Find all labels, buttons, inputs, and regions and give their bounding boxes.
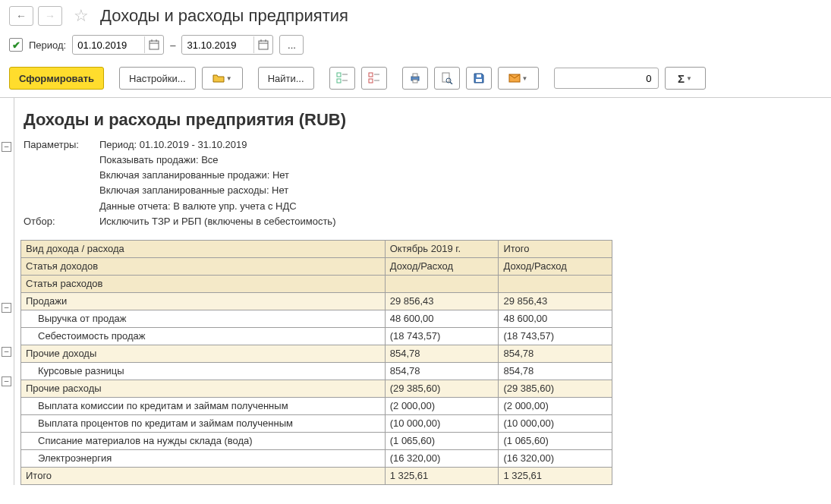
collapse-toggle[interactable]: – — [2, 347, 11, 357]
table-row[interactable]: Списание материалов на нужды склада (вод… — [21, 432, 612, 449]
svg-rect-0 — [150, 41, 159, 49]
sum-button[interactable]: Σ ▼ — [665, 67, 706, 90]
table-row[interactable]: Выручка от продаж48 600,0048 600,00 — [21, 310, 612, 327]
save-button[interactable] — [466, 67, 492, 90]
params-line: Данные отчета: В валюте упр. учета с НДС — [99, 199, 297, 214]
svg-rect-23 — [477, 74, 481, 77]
row-name: Итого — [21, 467, 386, 484]
params-line: Период: 01.10.2019 - 31.10.2019 — [99, 137, 247, 153]
row-value-total: 1 325,61 — [499, 467, 612, 484]
date-dash: – — [170, 39, 175, 51]
svg-rect-8 — [337, 73, 341, 77]
back-button[interactable]: ← — [9, 6, 33, 26]
table-row[interactable]: Себестоимость продаж(18 743,57)(18 743,5… — [21, 327, 612, 345]
row-value-period: 48 600,00 — [385, 310, 499, 327]
row-value-period: 29 856,43 — [385, 292, 499, 310]
col-income-article: Статья доходов — [21, 257, 386, 275]
svg-rect-17 — [413, 74, 417, 77]
filter-text: Исключить ТЗР и РБП (включены в себестои… — [99, 214, 335, 229]
magnifier-icon — [441, 72, 453, 84]
collapse-toggle[interactable]: – — [2, 303, 11, 313]
svg-line-21 — [450, 82, 452, 84]
collapse-icon — [368, 72, 380, 84]
row-value-total: 48 600,00 — [499, 310, 612, 327]
report-title: Доходы и расходы предприятия (RUB) — [14, 98, 831, 137]
row-name: Прочие доходы — [21, 345, 386, 362]
row-value-period: (16 320,00) — [385, 449, 499, 467]
col-total: Итого — [499, 240, 612, 257]
envelope-icon — [508, 72, 521, 84]
expand-button[interactable] — [329, 67, 355, 90]
chevron-down-icon: ▼ — [226, 75, 232, 82]
find-button[interactable]: Найти... — [258, 67, 314, 90]
row-value-total: (29 385,60) — [499, 380, 612, 397]
expand-icon — [336, 72, 348, 84]
row-value-period: 854,78 — [385, 345, 499, 362]
report-body: Доходы и расходы предприятия (RUB) Парам… — [14, 98, 831, 485]
svg-rect-12 — [369, 73, 373, 77]
row-value-period: 1 325,61 — [385, 467, 499, 484]
forward-button[interactable]: → — [38, 6, 62, 26]
row-value-period: (29 385,60) — [385, 380, 499, 397]
toolbar: Сформировать Настройки... ▼ Найти... ▼ Σ… — [0, 62, 831, 98]
svg-rect-9 — [337, 79, 341, 83]
row-name: Прочие расходы — [21, 380, 386, 397]
row-value-total: 854,78 — [499, 345, 612, 362]
svg-rect-13 — [369, 79, 373, 83]
row-name: Электроэнергия — [21, 449, 386, 467]
svg-rect-19 — [442, 73, 449, 82]
table-row[interactable]: Прочие доходы854,78854,78 — [21, 345, 612, 362]
generate-button[interactable]: Сформировать — [9, 67, 104, 90]
report-area: – – – – Доходы и расходы предприятия (RU… — [0, 98, 831, 485]
collapse-button[interactable] — [361, 67, 387, 90]
table-row[interactable]: Выплата процентов по кредитам и займам п… — [21, 414, 612, 432]
col-sub: Доход/Расход — [499, 257, 612, 275]
calendar-icon[interactable] — [253, 36, 272, 53]
collapse-toggle[interactable]: – — [2, 142, 11, 152]
row-value-period: 854,78 — [385, 362, 499, 380]
chevron-down-icon: ▼ — [686, 75, 692, 82]
table-header-row: Вид дохода / расхода Октябрь 2019 г. Ито… — [21, 240, 612, 257]
row-value-period: (10 000,00) — [385, 414, 499, 432]
table-row[interactable]: Электроэнергия(16 320,00)(16 320,00) — [21, 449, 612, 467]
period-label: Период: — [29, 39, 66, 51]
preview-button[interactable] — [434, 67, 460, 90]
period-more-button[interactable]: ... — [279, 35, 304, 55]
row-name: Выручка от продаж — [21, 310, 386, 327]
table-row[interactable]: Курсовые разницы854,78854,78 — [21, 362, 612, 380]
row-name: Выплата комиссии по кредитам и займам по… — [21, 397, 386, 414]
row-value-total: 29 856,43 — [499, 292, 612, 310]
table-header-row: Статья доходов Доход/Расход Доход/Расход — [21, 257, 612, 275]
row-value-total: 854,78 — [499, 362, 612, 380]
date-from-input[interactable] — [73, 36, 144, 53]
row-value-period: (1 065,60) — [385, 432, 499, 449]
printer-icon — [409, 72, 421, 84]
calendar-icon[interactable] — [144, 36, 163, 53]
row-value-period: (2 000,00) — [385, 397, 499, 414]
table-row[interactable]: Продажи29 856,4329 856,43 — [21, 292, 612, 310]
period-checkbox[interactable]: ✔ — [9, 38, 23, 52]
row-value-total: (2 000,00) — [499, 397, 612, 414]
period-row: ✔ Период: – ... — [0, 32, 831, 62]
table-row[interactable]: Итого1 325,611 325,61 — [21, 467, 612, 484]
table-row[interactable]: Выплата комиссии по кредитам и займам по… — [21, 397, 612, 414]
collapse-toggle[interactable]: – — [2, 376, 11, 386]
print-button[interactable] — [402, 67, 428, 90]
send-button[interactable]: ▼ — [498, 67, 539, 90]
variant-button[interactable]: ▼ — [202, 67, 243, 90]
col-period: Октябрь 2019 г. — [385, 240, 499, 257]
table-row[interactable]: Прочие расходы(29 385,60)(29 385,60) — [21, 380, 612, 397]
chevron-down-icon: ▼ — [522, 75, 528, 82]
favorite-icon[interactable]: ☆ — [71, 6, 91, 26]
settings-button[interactable]: Настройки... — [119, 67, 196, 90]
page-title: Доходы и расходы предприятия — [100, 6, 348, 26]
sigma-icon: Σ — [678, 72, 685, 85]
cell-value-input[interactable] — [554, 68, 659, 89]
folder-icon — [212, 72, 225, 84]
row-name: Себестоимость продаж — [21, 327, 386, 345]
row-name: Курсовые разницы — [21, 362, 386, 380]
params-line: Включая запланированные расходы: Нет — [99, 183, 288, 198]
outline-column: – – – – — [0, 98, 14, 485]
params-line: Включая запланированные продажи: Нет — [99, 168, 289, 183]
date-to-input[interactable] — [182, 36, 253, 53]
